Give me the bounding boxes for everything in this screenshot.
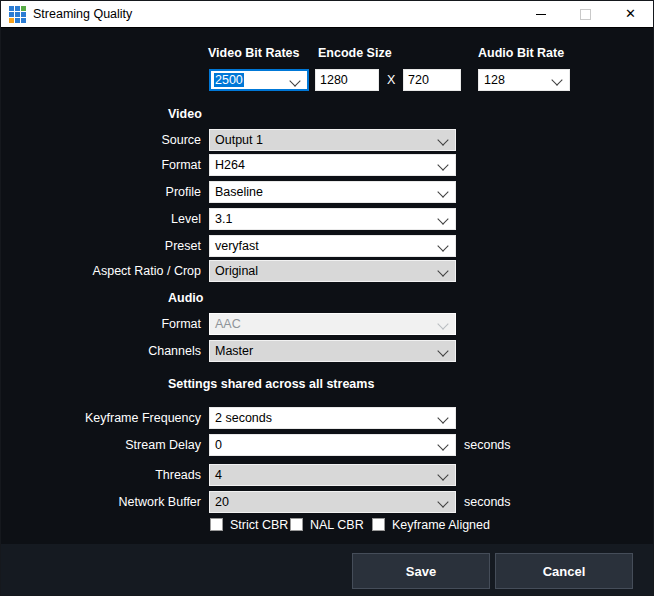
close-button[interactable]: ✕ (608, 1, 653, 27)
nal-cbr-label: NAL CBR (310, 518, 364, 532)
video-format-label: Format (1, 154, 201, 176)
chevron-down-icon (437, 439, 448, 450)
minimize-icon (536, 14, 546, 15)
aspect-ratio-crop-value: Original (215, 262, 258, 281)
cancel-button[interactable]: Cancel (495, 553, 633, 589)
encode-size-label: Encode Size (318, 46, 392, 60)
app-grid-icon (9, 6, 26, 23)
chevron-down-icon (437, 159, 448, 170)
audio-bitrate-combo[interactable]: 128 (478, 69, 570, 91)
profile-label: Profile (1, 181, 201, 203)
chevron-down-icon (437, 134, 448, 145)
chevron-down-icon (437, 186, 448, 197)
threads-select[interactable]: 4 (209, 464, 456, 486)
save-button[interactable]: Save (352, 553, 490, 589)
preset-select[interactable]: veryfast (209, 235, 456, 257)
strict-cbr-checkbox[interactable]: Strict CBR (210, 517, 288, 532)
keyframe-aligned-checkbox[interactable]: Keyframe Aligned (372, 517, 490, 532)
video-bitrate-value: 2500 (214, 72, 244, 88)
network-buffer-select[interactable]: 20 (209, 491, 456, 513)
encode-width-input[interactable] (315, 69, 379, 91)
video-format-value: H264 (215, 156, 245, 175)
channels-value: Master (215, 342, 253, 361)
encode-size-separator: X (387, 69, 395, 91)
stream-delay-label: Stream Delay (1, 434, 201, 456)
audio-bitrate-value: 128 (484, 71, 505, 90)
nal-cbr-checkbox[interactable]: NAL CBR (290, 517, 364, 532)
channels-label: Channels (1, 340, 201, 362)
preset-value: veryfast (215, 237, 259, 256)
minimize-button[interactable] (518, 1, 563, 27)
source-select[interactable]: Output 1 (209, 129, 456, 151)
video-bit-rates-label: Video Bit Rates (208, 46, 299, 60)
channels-select[interactable]: Master (209, 340, 456, 362)
keyframe-frequency-select[interactable]: 2 seconds (209, 407, 456, 429)
threads-value: 4 (215, 466, 222, 485)
chevron-down-icon (437, 265, 448, 276)
video-format-select[interactable]: H264 (209, 154, 456, 176)
level-select[interactable]: 3.1 (209, 208, 456, 230)
chevron-down-icon (437, 412, 448, 423)
checkbox-icon (372, 518, 385, 531)
chevron-down-icon (437, 240, 448, 251)
network-buffer-suffix: seconds (464, 491, 511, 513)
window-title: Streaming Quality (33, 1, 132, 27)
chevron-down-icon (437, 496, 448, 507)
chevron-down-icon (289, 75, 300, 86)
aspect-ratio-crop-select[interactable]: Original (209, 260, 456, 282)
close-icon: ✕ (625, 1, 636, 27)
stream-delay-value: 0 (215, 436, 222, 455)
profile-value: Baseline (215, 183, 263, 202)
network-buffer-value: 20 (215, 493, 229, 512)
streaming-quality-dialog: Streaming Quality ✕ Video Bit Rates Enco… (0, 0, 654, 596)
chevron-down-icon (437, 469, 448, 480)
chevron-down-icon (551, 74, 562, 85)
profile-select[interactable]: Baseline (209, 181, 456, 203)
source-label: Source (1, 129, 201, 151)
audio-format-value: AAC (215, 315, 241, 334)
keyframe-frequency-value: 2 seconds (215, 409, 272, 428)
checkbox-icon (210, 518, 223, 531)
audio-format-select: AAC (209, 313, 456, 335)
keyframe-aligned-label: Keyframe Aligned (392, 518, 490, 532)
source-value: Output 1 (215, 131, 263, 150)
strict-cbr-label: Strict CBR (230, 518, 288, 532)
aspect-ratio-crop-label: Aspect Ratio / Crop (1, 260, 201, 282)
chevron-down-icon (437, 213, 448, 224)
video-section-header: Video (168, 107, 202, 121)
audio-section-header: Audio (168, 291, 203, 305)
stream-delay-select[interactable]: 0 (209, 434, 456, 456)
chevron-down-icon (437, 318, 448, 329)
title-bar: Streaming Quality ✕ (1, 1, 653, 28)
audio-bit-rate-label: Audio Bit Rate (478, 46, 564, 60)
encode-height-input[interactable] (403, 69, 461, 91)
dialog-body: Video Bit Rates Encode Size Audio Bit Ra… (1, 28, 653, 595)
preset-label: Preset (1, 235, 201, 257)
maximize-icon (580, 9, 591, 20)
level-label: Level (1, 208, 201, 230)
keyframe-frequency-label: Keyframe Frequency (1, 407, 201, 429)
chevron-down-icon (437, 345, 448, 356)
network-buffer-label: Network Buffer (1, 491, 201, 513)
level-value: 3.1 (215, 210, 232, 229)
shared-section-header: Settings shared across all streams (168, 377, 374, 391)
stream-delay-suffix: seconds (464, 434, 511, 456)
video-bitrate-combo[interactable]: 2500 (209, 69, 309, 91)
threads-label: Threads (1, 464, 201, 486)
audio-format-label: Format (1, 313, 201, 335)
checkbox-icon (290, 518, 303, 531)
maximize-button (563, 1, 608, 27)
